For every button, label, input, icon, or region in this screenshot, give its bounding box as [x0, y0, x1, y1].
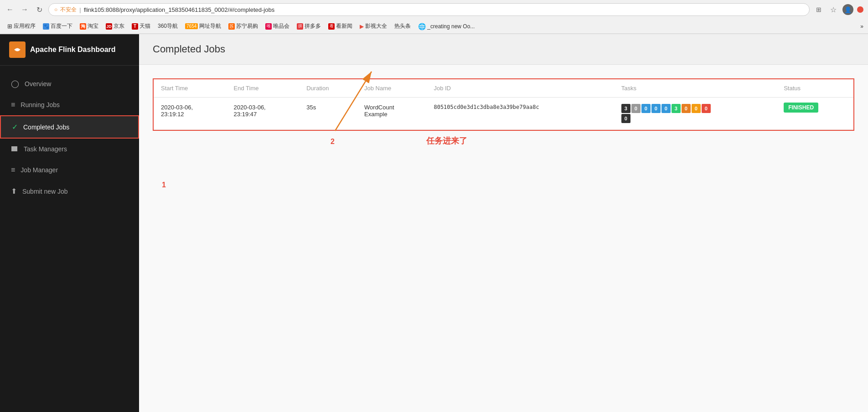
running-jobs-icon: ≡ [11, 101, 15, 109]
sidebar-item-submit-job[interactable]: ⬆ Submit new Job [0, 180, 139, 202]
bookmarks-bar: ⊞ 应用程序 🐾 百度一下 淘 淘宝 JD 京东 T 天猫 360导航 7654… [0, 19, 868, 34]
bookmark-label: 应用程序 [14, 22, 36, 30]
col-job-id: Job ID [426, 79, 614, 98]
status-badge: FINISHED [784, 103, 818, 113]
sidebar-item-completed-jobs[interactable]: ✓ Completed Jobs [0, 115, 139, 139]
bookmark-apps[interactable]: ⊞ 应用程序 [5, 21, 38, 31]
nav-label: Overview [25, 80, 51, 88]
forward-button[interactable]: → [19, 4, 30, 15]
bookmark-label: 百度一下 [51, 22, 72, 30]
reload-button[interactable]: ↻ [34, 4, 45, 15]
badge-reconciling: 0 [702, 104, 711, 113]
bookmark-label: _creating new Oo... [427, 23, 475, 30]
svg-point-0 [16, 48, 19, 51]
badge-canceled: 0 [682, 104, 691, 113]
browser-actions: ⊞ ☆ 👤 [813, 4, 863, 15]
badge-failed: 0 [692, 104, 701, 113]
annotation-num1: 1 [162, 181, 166, 189]
task-badges-row2: 0 [621, 114, 769, 123]
bookmark-suning[interactable]: 苏 苏宁易购 [226, 21, 261, 31]
overview-icon: ◯ [11, 79, 19, 88]
submit-job-icon: ⬆ [11, 187, 17, 196]
bookmark-jd[interactable]: JD 京东 [103, 21, 127, 31]
nav-label: Task Managers [24, 145, 67, 153]
nav-label: Running Jobs [21, 101, 60, 108]
bookmark-label: 唯品会 [273, 22, 289, 30]
table-row[interactable]: 2020-03-06,23:19:12 2020-03-06,23:19:47 … [154, 98, 853, 130]
back-button[interactable]: ← [5, 4, 16, 15]
bookmark-label: 影视大全 [365, 22, 387, 30]
col-status: Status [776, 79, 853, 98]
content-area: Start Time End Time Duration Job Name Jo… [139, 65, 868, 236]
bookmark-vip[interactable]: 唯 唯品会 [263, 21, 292, 31]
col-end-time: End Time [227, 79, 300, 98]
sidebar-item-running-jobs[interactable]: ≡ Running Jobs [0, 94, 139, 115]
cell-end-time: 2020-03-06,23:19:47 [227, 98, 300, 130]
sidebar-header: Apache Flink Dashboard [0, 34, 139, 66]
profile-button[interactable]: 👤 [842, 4, 853, 15]
badge-finished-count: 0 [661, 104, 671, 113]
bookmark-global[interactable]: 🌐 _creating new Oo... [415, 22, 477, 31]
col-job-name: Job Name [357, 79, 426, 98]
nav-label: Submit new Job [22, 188, 68, 195]
bookmark-baidu[interactable]: 🐾 百度一下 [40, 21, 75, 31]
nav-label: Completed Jobs [23, 124, 69, 131]
bookmark-label: 看新闻 [336, 22, 352, 30]
sidebar-nav: ◯ Overview ≡ Running Jobs ✓ Completed Jo… [0, 66, 139, 412]
cell-job-id: 805105cd0e3d1c3dba8e3a39be79aa8c [426, 98, 614, 130]
more-bookmarks[interactable]: » [860, 23, 863, 30]
bookmark-video[interactable]: ▶ 影视大全 [357, 21, 390, 31]
bookmark-label: 360导航 [158, 22, 178, 30]
completed-jobs-table: Start Time End Time Duration Job Name Jo… [154, 79, 853, 130]
jobs-table-wrapper: Start Time End Time Duration Job Name Jo… [153, 78, 854, 131]
bookmark-tianmao[interactable]: T 天猫 [129, 21, 153, 31]
col-duration: Duration [299, 79, 357, 98]
page-header: Completed Jobs [139, 34, 868, 65]
bookmark-label: 网址导航 [199, 22, 221, 30]
address-bar[interactable]: ○ 不安全 | flink105:8088/proxy/application_… [48, 3, 810, 16]
security-icon: ○ [54, 6, 57, 13]
bookmark-pinduoduo[interactable]: 拼 拼多多 [294, 21, 324, 31]
close-dot [857, 6, 863, 13]
bookmark-label: 天猫 [140, 22, 150, 30]
col-tasks: Tasks [614, 79, 776, 98]
bookmark-taobao[interactable]: 淘 淘宝 [77, 21, 101, 31]
table-header-row: Start Time End Time Duration Job Name Jo… [154, 79, 853, 98]
badge-scheduled: 0 [631, 104, 641, 113]
nav-label: Job Manager [21, 166, 58, 174]
bookmark-label: 拼多多 [305, 22, 321, 30]
bookmark-toutiao[interactable]: 热头条 [392, 21, 413, 31]
bookmark-label: 京东 [114, 22, 124, 30]
badge-canceling: 3 [672, 104, 681, 113]
col-start-time: Start Time [154, 79, 227, 98]
annotation-num2: 2 [331, 138, 335, 146]
flink-logo [9, 41, 26, 58]
cell-duration: 35s [299, 98, 357, 130]
bookmark-label: 苏宁易购 [236, 22, 258, 30]
browser-chrome: ← → ↻ ○ 不安全 | flink105:8088/proxy/applic… [0, 0, 868, 34]
bookmark-news[interactable]: 看 看新闻 [326, 21, 355, 31]
job-manager-icon: ≡ [11, 166, 15, 174]
bookmark-360[interactable]: 360导航 [155, 21, 181, 31]
main-content: Completed Jobs Start Time End Time Durat… [139, 34, 868, 412]
sidebar-item-task-managers[interactable]: ⯀ Task Managers [0, 139, 139, 160]
badge-total: 0 [621, 114, 630, 123]
sidebar-title: Apache Flink Dashboard [30, 46, 116, 54]
badge-created: 3 [621, 104, 630, 113]
bookmark-button[interactable]: ☆ [828, 4, 839, 15]
url-text: flink105:8088/proxy/application_15835046… [84, 6, 275, 13]
annotation-text: 任务进来了 [426, 135, 467, 146]
task-badges-row1: 3 0 0 0 0 3 0 0 0 [621, 104, 769, 113]
bookmark-7654[interactable]: 7654 网址导航 [182, 21, 224, 31]
cell-start-time: 2020-03-06,23:19:12 [154, 98, 227, 130]
bookmark-label: 淘宝 [88, 22, 98, 30]
sidebar: Apache Flink Dashboard ◯ Overview ≡ Runn… [0, 34, 139, 412]
bookmark-label: 热头条 [394, 22, 411, 30]
security-label: 不安全 [60, 6, 77, 14]
completed-jobs-icon: ✓ [12, 123, 18, 131]
cell-status: FINISHED [776, 98, 853, 130]
sidebar-item-job-manager[interactable]: ≡ Job Manager [0, 160, 139, 180]
translate-button[interactable]: ⊞ [813, 4, 824, 15]
page-title: Completed Jobs [153, 43, 854, 55]
sidebar-item-overview[interactable]: ◯ Overview [0, 73, 139, 94]
